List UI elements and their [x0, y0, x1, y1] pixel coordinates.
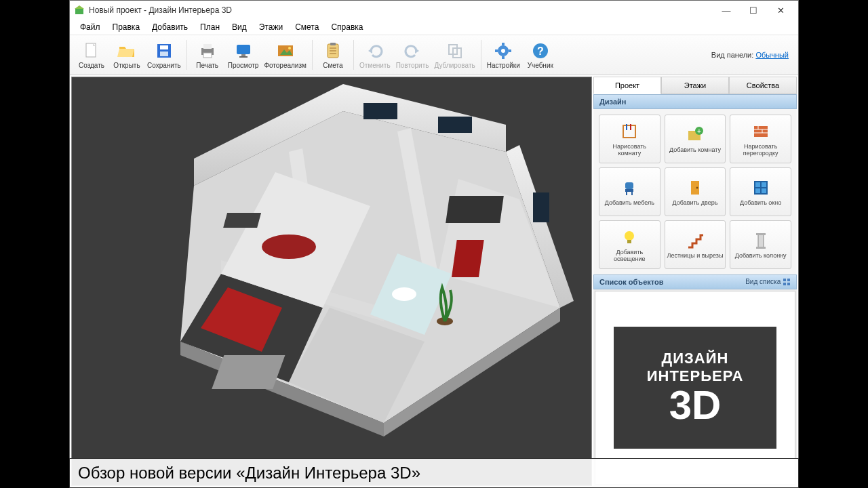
svg-text:?: ?: [537, 45, 544, 57]
side-tabs: Проект Этажи Свойства: [593, 77, 797, 94]
svg-rect-82: [783, 279, 786, 281]
svg-rect-56: [533, 192, 549, 222]
svg-point-73: [696, 186, 698, 188]
duplicate-button[interactable]: Дублировать: [431, 36, 477, 74]
print-button[interactable]: Печать: [190, 36, 225, 74]
separator: [186, 40, 187, 70]
svg-text:+: +: [697, 127, 701, 135]
menu-add[interactable]: Добавить: [147, 21, 193, 33]
floppy-icon: [155, 41, 174, 60]
separator: [312, 40, 313, 70]
svg-rect-17: [330, 43, 336, 45]
photoreal-button[interactable]: Фотореализм: [261, 36, 309, 74]
svg-rect-84: [783, 283, 786, 285]
svg-marker-22: [415, 48, 419, 54]
svg-rect-54: [363, 103, 397, 119]
svg-rect-29: [495, 49, 498, 52]
printer-icon: [198, 41, 217, 60]
svg-marker-21: [368, 48, 372, 54]
separator: [481, 40, 481, 70]
menu-edit[interactable]: Правка: [108, 21, 145, 33]
save-button[interactable]: Сохранить: [144, 36, 184, 74]
svg-rect-79: [758, 234, 764, 247]
estimate-button[interactable]: Смета: [315, 36, 351, 74]
menubar: Файл Правка Добавить План Вид Этажи Смет…: [70, 20, 798, 35]
svg-rect-57: [623, 125, 635, 138]
video-caption: Обзор новой версии «Дизайн Интерьера 3D»: [69, 458, 799, 488]
svg-rect-83: [787, 279, 790, 281]
object-list[interactable]: ДИЗАЙН ИНТЕРЬЕРА 3D: [595, 291, 795, 485]
folder-open-icon: [117, 41, 136, 60]
svg-rect-63: [754, 126, 768, 137]
svg-rect-44: [212, 355, 285, 389]
preview-button[interactable]: Просмотр: [225, 36, 262, 74]
menu-estimate[interactable]: Смета: [290, 21, 323, 33]
menu-view[interactable]: Вид: [227, 21, 252, 33]
svg-rect-30: [509, 49, 511, 52]
app-icon: [74, 5, 85, 16]
tool-add-furniture[interactable]: Добавить мебель: [599, 167, 660, 216]
menu-floors[interactable]: Этажи: [254, 21, 288, 33]
svg-point-46: [262, 235, 316, 259]
svg-marker-1: [75, 5, 84, 9]
tool-add-window[interactable]: Добавить окно: [730, 167, 791, 216]
menu-plan[interactable]: План: [195, 21, 224, 33]
svg-rect-8: [203, 44, 212, 49]
svg-point-15: [288, 47, 291, 49]
panel-mode-selector[interactable]: Вид панели: Обычный: [711, 51, 794, 59]
svg-rect-50: [446, 196, 504, 223]
app-window: Новый проект - Дизайн Интерьера 3D — ☐ ✕…: [69, 0, 799, 488]
svg-rect-80: [756, 233, 766, 235]
tab-floors[interactable]: Этажи: [661, 77, 729, 94]
tool-add-door[interactable]: Добавить дверь: [665, 167, 726, 216]
maximize-button[interactable]: ☐: [740, 2, 767, 18]
new-file-icon: [82, 41, 101, 60]
window-icon: [751, 178, 770, 197]
svg-rect-12: [239, 56, 248, 58]
svg-point-77: [625, 231, 634, 241]
svg-rect-78: [627, 240, 631, 243]
floorplan-render: [99, 84, 587, 436]
tab-properties[interactable]: Свойства: [729, 77, 797, 94]
svg-rect-9: [203, 53, 212, 58]
svg-point-52: [392, 287, 416, 301]
door-icon: [686, 178, 705, 197]
tool-add-room[interactable]: + Добавить комнату: [665, 115, 726, 163]
create-button[interactable]: Создать: [74, 36, 109, 74]
design-section-header: Дизайн: [593, 94, 797, 109]
list-view-toggle[interactable]: Вид списка: [745, 278, 791, 286]
menu-help[interactable]: Справка: [326, 21, 368, 33]
toolbar: Создать Открыть Сохранить Печать Просмот…: [70, 35, 798, 75]
help-icon: ?: [531, 41, 550, 60]
side-panel: Проект Этажи Свойства Дизайн Нарисовать …: [593, 77, 797, 486]
tool-draw-partition[interactable]: Нарисовать перегородку: [730, 115, 791, 163]
panel-mode-link[interactable]: Обычный: [755, 51, 789, 59]
tool-add-column[interactable]: Добавить колонну: [730, 220, 791, 269]
settings-button[interactable]: Настройки: [484, 36, 523, 74]
objects-section-header: Список объектов Вид списка: [593, 274, 797, 289]
svg-rect-49: [452, 240, 484, 277]
redo-button[interactable]: Повторить: [393, 36, 432, 74]
menu-file[interactable]: Файл: [75, 21, 105, 33]
help-button[interactable]: ? Учебник: [523, 36, 558, 74]
tool-draw-room[interactable]: Нарисовать комнату: [599, 115, 660, 163]
design-tool-grid: Нарисовать комнату + Добавить комнату На…: [593, 109, 797, 274]
tab-project[interactable]: Проект: [593, 77, 661, 94]
redo-icon: [403, 41, 422, 60]
open-button[interactable]: Открыть: [109, 36, 144, 74]
add-room-icon: +: [686, 125, 705, 144]
minimize-button[interactable]: —: [713, 2, 740, 18]
logo-3d: ДИЗАЙН ИНТЕРЬЕРА 3D: [614, 327, 776, 449]
svg-rect-68: [625, 182, 633, 189]
undo-button[interactable]: Отменить: [357, 36, 393, 74]
tool-add-lighting[interactable]: Добавить освещение: [599, 220, 660, 269]
chair-icon: [620, 178, 639, 197]
tool-stairs-cutouts[interactable]: Лестницы и вырезы: [665, 220, 726, 269]
svg-rect-27: [502, 43, 505, 45]
svg-rect-85: [787, 283, 790, 285]
svg-rect-55: [438, 117, 472, 133]
close-button[interactable]: ✕: [767, 2, 794, 18]
list-view-icon: [783, 278, 791, 286]
viewport-3d[interactable]: [71, 77, 592, 486]
svg-rect-6: [160, 52, 168, 56]
